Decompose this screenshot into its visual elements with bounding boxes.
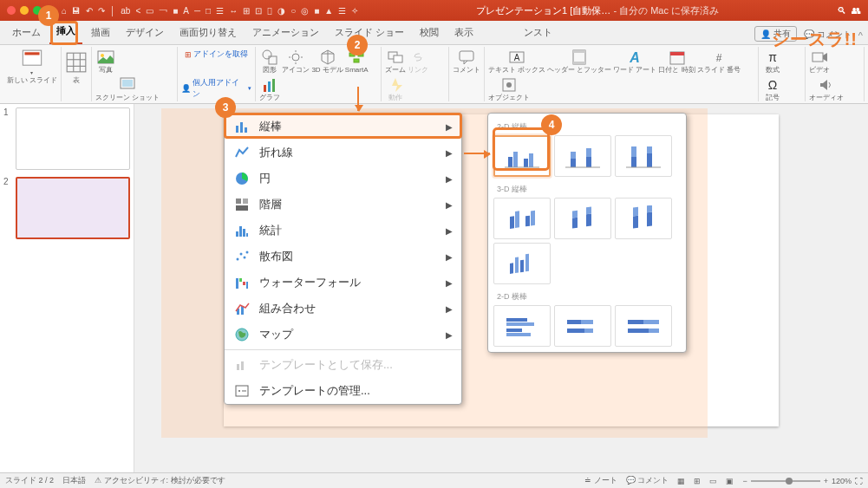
menu-item-pie[interactable]: 円▶ (225, 166, 461, 192)
symbol-button[interactable]: Ω記号 (762, 76, 783, 102)
svg-rect-99 (506, 333, 531, 336)
datetime-button[interactable]: 日付と 時刻 (658, 49, 695, 75)
chart-option-clustered-bar[interactable] (493, 305, 551, 347)
object-button[interactable]: オブジェクト (488, 76, 530, 102)
titlebar: ◉ ⌂ 💾︎ ↶ ↷ │ ab<▭￢■ A─□☰↔ ⊞⊡⌷◑○ ◎■▲☰✧ プレ… (0, 0, 868, 21)
svg-rect-82 (525, 216, 530, 227)
tab-draw[interactable]: 描画 (84, 21, 117, 44)
icons-button[interactable]: アイコン (282, 49, 310, 75)
accessibility-status[interactable]: ⚠ アクセシビリティ: 検討が必要です (95, 475, 225, 486)
chart-option-3d-clustered-column[interactable] (493, 198, 551, 239)
comment-button[interactable]: コメント (453, 49, 480, 75)
waterfall-chart-icon (233, 275, 251, 290)
fit-window-icon[interactable]: ⛶ (855, 477, 863, 485)
tab-transitions[interactable]: 画面切り替え (173, 21, 244, 44)
menu-item-statistics[interactable]: 統計▶ (225, 218, 461, 244)
screenshot-button[interactable]: スクリーン ショット (95, 76, 160, 102)
menu-item-hierarchy[interactable]: 階層▶ (225, 192, 461, 218)
tab-animations[interactable]: アニメーション (245, 21, 326, 44)
svg-rect-94 (520, 260, 524, 273)
tab-nst[interactable]: ンスト (517, 21, 559, 44)
svg-rect-42 (236, 198, 241, 204)
undo-icon[interactable]: ↶ (86, 6, 93, 16)
view-slideshow-icon[interactable]: ▣ (726, 477, 734, 485)
svg-rect-73 (586, 148, 591, 157)
callout-badge-3: 3 (215, 97, 236, 118)
chart-option-stacked-column[interactable] (554, 135, 611, 177)
view-normal-icon[interactable]: ▦ (677, 477, 685, 485)
chart-button[interactable]: グラフ (259, 76, 280, 102)
tab-review[interactable]: 校閲 (413, 21, 446, 44)
tab-home[interactable]: ホーム (5, 21, 48, 44)
link-button[interactable]: リンク (408, 49, 428, 75)
menu-item-manage-templates[interactable]: テンプレートの管理... (225, 378, 461, 404)
new-slide-button[interactable]: ▾新しい スライド (7, 49, 57, 85)
svg-text:π: π (768, 50, 777, 64)
tab-view[interactable]: 表示 (447, 21, 480, 44)
window-controls[interactable] (7, 6, 42, 15)
svg-rect-100 (567, 320, 581, 324)
histogram-icon (233, 223, 251, 238)
slidenum-button[interactable]: #スライド 番号 (697, 49, 741, 75)
zoom-in-icon[interactable]: + (824, 477, 828, 485)
chart-option-stacked-bar[interactable] (554, 305, 611, 347)
svg-text:A: A (514, 53, 520, 62)
chart-option-100pct-stacked-column[interactable] (615, 135, 672, 177)
tab-design[interactable]: デザイン (119, 21, 171, 44)
notes-button[interactable]: ≐ ノート (584, 475, 617, 486)
action-button[interactable]: 動作 (385, 76, 406, 102)
shapes-button[interactable]: 図形 (259, 49, 280, 75)
svg-rect-88 (633, 216, 638, 229)
comments-status-button[interactable]: 💬 コメント (626, 475, 669, 486)
my-addins-button[interactable]: 👤個人用アドイン▾ (181, 77, 251, 100)
svg-rect-106 (628, 329, 649, 333)
svg-rect-43 (243, 198, 248, 204)
chart-option-100pct-stacked-bar[interactable] (615, 305, 672, 347)
video-button[interactable]: ビデオ (809, 49, 830, 75)
chart-option-3d-stacked-column[interactable] (554, 198, 611, 239)
table-button[interactable]: 表 (65, 49, 88, 85)
get-addins-button[interactable]: ⊞アドインを取得 (185, 49, 248, 60)
line-chart-icon (233, 145, 251, 160)
menu-item-map[interactable]: マップ▶ (225, 322, 461, 348)
equation-button[interactable]: π数式 (762, 49, 783, 75)
ribbon-collapse-icon[interactable]: ^ (858, 30, 863, 41)
share-top-icon[interactable]: 👥︎ (852, 5, 861, 16)
textbox-button[interactable]: Aテキスト ボックス (488, 49, 545, 75)
ribbon-tabs: ホーム 挿入 描画 デザイン 画面切り替え アニメーション スライド ショー 校… (0, 21, 868, 45)
save-icon[interactable]: 💾︎ (72, 6, 81, 16)
search-icon[interactable]: 🔍︎ (837, 5, 846, 16)
view-reading-icon[interactable]: ▭ (709, 477, 717, 485)
svg-rect-54 (239, 278, 242, 282)
audio-button[interactable]: オーディオ (809, 76, 844, 102)
slide-thumbnail-1[interactable] (16, 107, 130, 170)
zoom-out-icon[interactable]: − (742, 477, 747, 485)
menu-item-line[interactable]: 折れ線▶ (225, 140, 461, 166)
slide-thumbnail-2[interactable] (16, 177, 130, 239)
svg-rect-55 (243, 282, 245, 285)
chart-option-3d-100pct-stacked-column[interactable] (615, 198, 672, 239)
tab-slideshow[interactable]: スライド ショー (328, 21, 411, 44)
svg-rect-70 (571, 159, 576, 167)
svg-rect-105 (643, 320, 659, 324)
view-sorter-icon[interactable]: ⊞ (694, 477, 701, 485)
zoom-button[interactable]: ズーム (385, 49, 406, 75)
wordart-button[interactable]: Aワード アート (613, 49, 656, 75)
menu-item-combo[interactable]: 組み合わせ▶ (225, 296, 461, 322)
home-icon[interactable]: ⌂ (62, 6, 67, 16)
close-window[interactable] (7, 6, 16, 15)
svg-rect-31 (670, 52, 684, 55)
header-footer-button[interactable]: ヘッダー とフッター (547, 49, 611, 75)
menu-item-waterfall[interactable]: ウォーターフォール▶ (225, 270, 461, 296)
language-indicator[interactable]: 日本語 (62, 475, 86, 486)
redo-icon[interactable]: ↷ (98, 6, 105, 16)
minimize-window[interactable] (20, 6, 29, 15)
zoom-slider[interactable] (751, 480, 820, 482)
menu-item-scatter[interactable]: 散布図▶ (225, 244, 461, 270)
chart-option-3d-column[interactable] (493, 243, 551, 284)
zoom-value[interactable]: 120% (832, 477, 852, 485)
3dmodel-button[interactable]: 3D モデル (311, 49, 343, 75)
brand-logo: シースラ!! (772, 28, 858, 51)
picture-button[interactable]: 写真 (95, 49, 116, 75)
svg-rect-45 (236, 231, 238, 237)
